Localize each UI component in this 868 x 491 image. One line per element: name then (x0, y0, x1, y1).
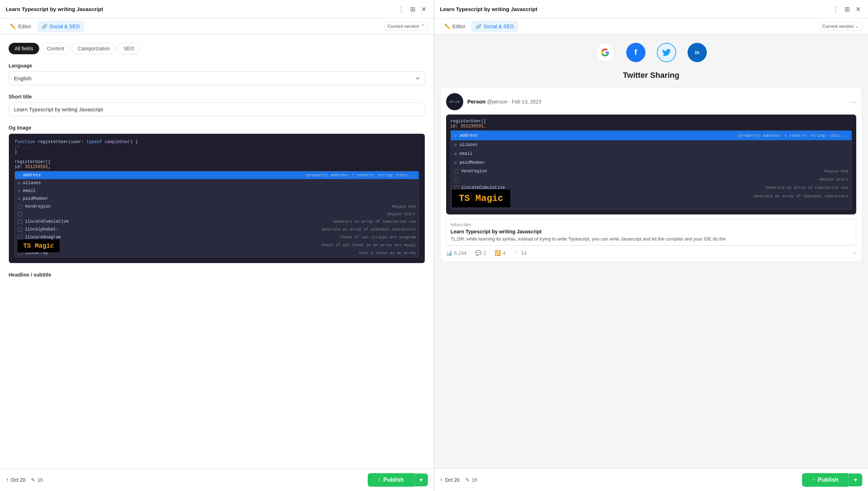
ts-magic-large-banner: TS Magic (452, 189, 511, 207)
avatar-label: 48 x 48 (449, 100, 460, 103)
anagram-checkbox[interactable] (18, 235, 22, 239)
upload-icon: ↑ (6, 477, 9, 483)
right-regionstart-checkbox[interactable] (454, 177, 459, 182)
right-publish-dropdown-button[interactable]: ▼ (848, 474, 862, 486)
tweet-stat-likes[interactable]: ♡ 14 (514, 250, 527, 256)
autocomplete-item-alphabet[interactable]: 1localphabet: Generate an array of alpha… (15, 226, 419, 233)
right-autocomplete-anagram[interactable]: 1locareAnagram (451, 201, 852, 209)
right-more-button[interactable]: ⋮ (831, 4, 840, 15)
right-endregion-label: #endregion (461, 169, 487, 174)
language-select[interactable]: English (9, 71, 425, 85)
right-autocomplete-endregion[interactable]: #endregion Region End (451, 167, 852, 176)
autocomplete-address-label: address (23, 173, 41, 178)
version-label: Current version (388, 24, 419, 29)
right-autocomplete-paidmember[interactable]: ◇ paidMember (451, 158, 852, 167)
right-publish-button[interactable]: ↑ Publish (802, 473, 848, 487)
right-alphabet-desc: Generate an array of alphabet characters (754, 194, 848, 198)
right-social-icon: 🔗 (475, 24, 481, 29)
autocomplete-item-anagram[interactable]: 1locareAnagram Check if two strings are … (15, 233, 419, 241)
filter-content[interactable]: Content (41, 43, 70, 54)
language-label: Language (9, 63, 425, 69)
autocomplete-item-paidmember[interactable]: ◇ paidMember (15, 195, 419, 203)
twitter-social-button[interactable] (657, 43, 676, 62)
og-image-field: Og Image ⋮ function registerUser(user: t… (9, 125, 425, 263)
google-social-button[interactable] (596, 43, 615, 62)
autocomplete-item-regionstart[interactable]: Region Start (15, 211, 419, 218)
right-tab-social-seo[interactable]: 🔗 Social & SEO (471, 21, 518, 32)
right-layout-button[interactable]: ⊞ (843, 4, 851, 15)
right-editor-icon: ✏️ (444, 24, 450, 29)
layout-button[interactable]: ⊞ (409, 4, 417, 15)
og-image-container: ⋮ function registerUser(user: typeof sam… (9, 133, 425, 263)
tweet-stat-views[interactable]: 📊 6,244 (446, 250, 467, 256)
right-panel-header: Learn Typescript by writing Javascript ⋮… (434, 0, 868, 19)
right-regionstart-desc: Region Start (820, 177, 848, 182)
autocomplete-item-address[interactable]: ◇ address (property) address: { country:… (15, 171, 419, 179)
right-version-label: Current version (822, 24, 854, 29)
autocomplete-cumulative-desc: Generate an array of cumulative sum (333, 219, 415, 224)
tweet-link-desc: TL;DR: while learning its syntax, instea… (446, 236, 856, 245)
tweet-stat-retweets[interactable]: 🔁 4 (495, 250, 506, 256)
cumulative-checkbox[interactable] (18, 219, 22, 224)
autocomplete-endregion-label: #endregion (25, 204, 51, 209)
autocomplete-item-endregion[interactable]: #endregion Region End (15, 203, 419, 211)
autocomplete-item-array[interactable]: 1locArray Cast a value as an array (15, 249, 419, 257)
tab-social-seo[interactable]: 🔗 Social & SEO (37, 21, 84, 32)
tweet-user-info: Person @person · Feb 13, 2023 (468, 98, 846, 105)
right-autocomplete-address[interactable]: ◇ address (property) address: { country:… (451, 131, 852, 140)
tweet-link-preview: hdoro.dev Learn Typescript by writing Ja… (446, 219, 857, 246)
filter-seo[interactable]: SEO (117, 43, 140, 54)
right-close-button[interactable]: ✕ (854, 4, 862, 15)
date-label: Oct 20 (11, 477, 25, 483)
twitter-icon (662, 48, 671, 57)
ts-magic-banner: TS Magic (17, 239, 60, 252)
facebook-social-button[interactable]: f (626, 43, 645, 62)
right-autocomplete-regionstart[interactable]: Region Start (451, 176, 852, 183)
address-icon: ◇ (18, 173, 20, 177)
retweets-count: 4 (503, 250, 506, 256)
close-button[interactable]: ✕ (420, 4, 428, 15)
social-icon: 🔗 (41, 24, 47, 29)
autocomplete-item-email[interactable]: ◇ email (15, 187, 419, 195)
right-version-chevron-icon: ⌄ (855, 24, 859, 29)
endregion-checkbox[interactable] (18, 204, 22, 209)
alphabet-checkbox[interactable] (18, 227, 22, 232)
autocomplete-item-equal[interactable]: 1locareEqual Check if all items in an ar… (15, 241, 419, 249)
right-endregion-checkbox[interactable] (454, 169, 459, 173)
publish-button[interactable]: ↑ Publish (368, 473, 414, 487)
short-title-input[interactable] (9, 102, 425, 116)
dropdown-chevron-icon: ▼ (419, 477, 424, 483)
right-header-actions: ⋮ ⊞ ✕ (831, 4, 862, 15)
right-address-label: address (460, 133, 478, 138)
right-version-selector[interactable]: Current version ⌄ (819, 22, 862, 31)
autocomplete-item-cumulative[interactable]: 1locateCumulative Generate an array of c… (15, 218, 419, 226)
linkedin-social-button[interactable]: in (688, 43, 707, 62)
likes-icon: ♡ (514, 250, 519, 256)
tweet-more-button[interactable]: ··· (850, 98, 856, 106)
regionstart-checkbox[interactable] (18, 212, 22, 216)
right-autocomplete: ◇ address (property) address: { country:… (450, 130, 852, 209)
code-preview: function registerUser(user: typeof sampl… (9, 134, 425, 263)
more-button[interactable]: ⋮ (397, 4, 406, 15)
right-tab-editor[interactable]: ✏️ Editor (440, 21, 470, 32)
tweet-stat-share[interactable]: ↑ (854, 250, 856, 256)
autocomplete-item-aliases[interactable]: ◇ aliases (15, 179, 419, 187)
tweet-code-block: registerUser({ id: 351239591, ◇ address … (446, 115, 857, 214)
right-autocomplete-alphabet[interactable]: 1localphabet: Generate an array of alpha… (451, 192, 852, 201)
short-title-label: Short title (9, 94, 425, 100)
likes-count: 14 (521, 250, 527, 256)
filter-categorization[interactable]: Categorization (72, 43, 116, 54)
version-selector[interactable]: Current version ⌃ (384, 22, 428, 31)
right-autocomplete-aliases[interactable]: ◇ aliases (451, 140, 852, 149)
code-register: registerUser({ (450, 119, 486, 124)
tab-editor[interactable]: ✏️ Editor (6, 21, 36, 32)
autocomplete-cumulative-label: 1locateCumulative (25, 219, 68, 224)
filter-tabs: All fields Content Categorization SEO (9, 43, 425, 54)
comments-count: 2 (484, 250, 486, 256)
left-header-actions: ⋮ ⊞ ✕ (397, 4, 428, 15)
filter-all[interactable]: All fields (9, 43, 39, 54)
right-autocomplete-cumulative[interactable]: 1locateCumulative Generate an array of c… (451, 183, 852, 192)
tweet-stat-comments[interactable]: 💬 2 (475, 250, 486, 256)
publish-dropdown-button[interactable]: ▼ (414, 474, 428, 486)
right-autocomplete-email[interactable]: ◇ email (451, 149, 852, 158)
